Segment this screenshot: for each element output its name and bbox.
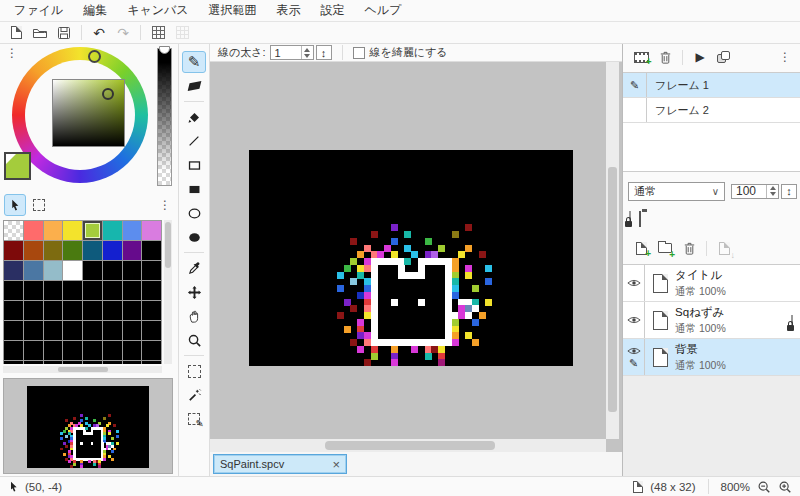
redo-button[interactable]: ↷	[113, 24, 133, 42]
spinner-arrows[interactable]	[766, 185, 778, 198]
menu-edit[interactable]: 編集	[73, 0, 117, 21]
layer-row-title[interactable]: タイトル通常 100%	[623, 265, 800, 302]
tool-ellipse-filled[interactable]	[182, 226, 206, 248]
palette-cell[interactable]	[63, 341, 82, 360]
palette-cell[interactable]	[63, 241, 82, 260]
palette-cell[interactable]	[83, 241, 102, 260]
palette-cell[interactable]	[142, 281, 161, 300]
tab-close-icon[interactable]: ×	[332, 457, 340, 472]
palette-cell[interactable]	[24, 261, 43, 280]
palette-cell[interactable]	[103, 241, 122, 260]
zoom-out-button[interactable]	[757, 480, 771, 494]
tool-eyedropper[interactable]	[182, 257, 206, 279]
palette-select-tool-button[interactable]	[28, 194, 50, 216]
palette-pick-tool-button[interactable]	[4, 194, 26, 216]
palette-cell[interactable]	[123, 281, 142, 300]
palette-cell[interactable]	[83, 281, 102, 300]
palette-cell[interactable]	[4, 321, 23, 340]
tool-pencil[interactable]: ✎	[182, 51, 206, 73]
layer-visibility-cell[interactable]: ✎	[623, 339, 645, 375]
blend-mode-select[interactable]: 通常 ∨	[628, 182, 725, 201]
open-file-button[interactable]	[30, 24, 50, 42]
delete-layer-button[interactable]	[679, 239, 699, 257]
alpha-lock-button[interactable]	[629, 212, 631, 226]
palette-cell[interactable]	[142, 341, 161, 360]
palette-cell[interactable]	[63, 221, 82, 240]
menu-canvas[interactable]: キャンバス	[117, 0, 198, 21]
layer-visibility-cell[interactable]	[623, 302, 645, 338]
palette-cell[interactable]	[44, 321, 63, 340]
palette-cell[interactable]	[83, 321, 102, 340]
palette-cell[interactable]	[4, 301, 23, 320]
menu-help[interactable]: ヘルプ	[355, 0, 412, 21]
tool-select-pen[interactable]: ✎	[182, 408, 206, 430]
tool-zoom[interactable]	[182, 329, 206, 351]
spin-down-icon[interactable]	[770, 192, 776, 196]
palette-cell[interactable]	[24, 321, 43, 340]
drawing-canvas[interactable]	[249, 150, 573, 366]
canvas-vscroll-thumb[interactable]	[608, 167, 617, 412]
palette-cell[interactable]	[24, 241, 43, 260]
saturation-value-square[interactable]	[52, 79, 125, 147]
canvas-viewport[interactable]	[210, 62, 622, 452]
tool-rectangle[interactable]	[182, 154, 206, 176]
menu-file[interactable]: ファイル	[4, 0, 73, 21]
color-palette-grid[interactable]	[3, 220, 162, 364]
add-layer-button[interactable]: +	[631, 239, 651, 257]
add-folder-button[interactable]: +	[655, 239, 675, 257]
undo-button[interactable]: ↶	[89, 24, 109, 42]
palette-menu-button[interactable]: ⋮	[159, 200, 171, 210]
palette-cell[interactable]	[4, 221, 23, 240]
onion-skin-button[interactable]	[714, 48, 734, 66]
palette-cell[interactable]	[63, 281, 82, 300]
tool-move[interactable]	[182, 281, 206, 303]
palette-cell[interactable]	[24, 281, 43, 300]
palette-cell[interactable]	[83, 341, 102, 360]
frame-panel-menu-button[interactable]: ⋮	[779, 52, 791, 62]
opacity-spinner[interactable]: 100	[731, 184, 779, 199]
grid-snap-button[interactable]	[172, 24, 192, 42]
layer-row-sq-mouse[interactable]: Sqねずみ通常 100%	[623, 302, 800, 339]
palette-cell[interactable]	[123, 301, 142, 320]
palette-cell[interactable]	[103, 321, 122, 340]
palette-cell[interactable]	[24, 341, 43, 360]
add-frame-button[interactable]: +	[631, 48, 651, 66]
menu-settings[interactable]: 設定	[311, 0, 355, 21]
palette-scroll-thumb[interactable]	[165, 222, 171, 268]
delete-frame-button[interactable]	[655, 48, 675, 66]
palette-cell[interactable]	[44, 281, 63, 300]
palette-cell[interactable]	[142, 241, 161, 260]
palette-cell[interactable]	[63, 321, 82, 340]
palette-cell[interactable]	[4, 281, 23, 300]
palette-cell[interactable]	[4, 261, 23, 280]
merge-down-button[interactable]: ↓	[714, 239, 734, 257]
palette-cell[interactable]	[83, 301, 102, 320]
palette-cell[interactable]	[24, 301, 43, 320]
palette-cell[interactable]	[123, 221, 142, 240]
palette-cell[interactable]	[44, 221, 63, 240]
canvas-hscroll-thumb[interactable]	[325, 441, 495, 450]
palette-cell[interactable]	[123, 361, 142, 364]
spin-up-icon[interactable]	[770, 186, 776, 190]
current-color-swatch[interactable]	[4, 152, 31, 180]
palette-cell[interactable]	[103, 341, 122, 360]
palette-horizontal-scrollbar[interactable]	[3, 366, 162, 373]
palette-cell[interactable]	[24, 221, 43, 240]
palette-cell[interactable]	[123, 321, 142, 340]
layer-row-background[interactable]: ✎ 背景通常 100%	[623, 339, 800, 376]
palette-cell[interactable]	[83, 261, 102, 280]
opacity-slider-button[interactable]: ↕	[781, 184, 797, 199]
palette-cell[interactable]	[103, 361, 122, 364]
palette-cell[interactable]	[123, 241, 142, 260]
tool-magic-wand[interactable]	[182, 384, 206, 406]
menu-view[interactable]: 表示	[267, 0, 311, 21]
palette-cell[interactable]	[103, 281, 122, 300]
layer-visibility-cell[interactable]	[623, 265, 645, 301]
paste-layer-button[interactable]	[639, 212, 641, 226]
frame-row-2[interactable]: フレーム 2	[623, 98, 800, 123]
line-width-spinner[interactable]: 1	[270, 45, 314, 60]
sv-selector[interactable]	[102, 88, 114, 100]
spin-down-icon[interactable]	[304, 54, 310, 58]
palette-cell[interactable]	[103, 221, 122, 240]
palette-cell[interactable]	[123, 341, 142, 360]
